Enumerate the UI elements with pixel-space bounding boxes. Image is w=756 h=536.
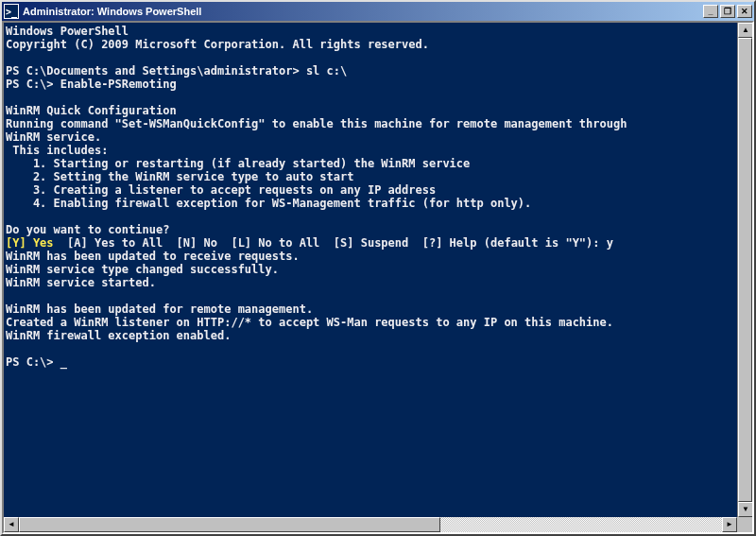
scroll-down-button[interactable]: ▼	[738, 502, 752, 517]
horizontal-scroll-track[interactable]	[19, 517, 722, 532]
window-title: Administrator: Windows PowerShell	[23, 6, 703, 17]
titlebar[interactable]: >_ Administrator: Windows PowerShell _ ❐…	[2, 2, 754, 21]
horizontal-scroll-thumb[interactable]	[19, 517, 440, 532]
scrollbar-corner	[737, 517, 752, 532]
close-button[interactable]: ✕	[737, 5, 752, 18]
powershell-icon: >_	[4, 4, 19, 19]
scroll-left-button[interactable]: ◄	[4, 517, 19, 532]
console-output[interactable]: Windows PowerShell Copyright (C) 2009 Mi…	[4, 23, 737, 517]
scroll-up-button[interactable]: ▲	[738, 23, 752, 38]
powershell-window: >_ Administrator: Windows PowerShell _ ❐…	[0, 0, 756, 536]
maximize-button[interactable]: ❐	[720, 5, 735, 18]
console-frame: Windows PowerShell Copyright (C) 2009 Mi…	[2, 21, 754, 534]
horizontal-scrollbar[interactable]: ◄ ►	[4, 517, 752, 532]
vertical-scroll-track[interactable]	[738, 38, 752, 502]
scroll-right-button[interactable]: ►	[722, 517, 737, 532]
vertical-scroll-thumb[interactable]	[738, 38, 752, 502]
minimize-button[interactable]: _	[703, 5, 718, 18]
vertical-scrollbar[interactable]: ▲ ▼	[737, 23, 752, 517]
